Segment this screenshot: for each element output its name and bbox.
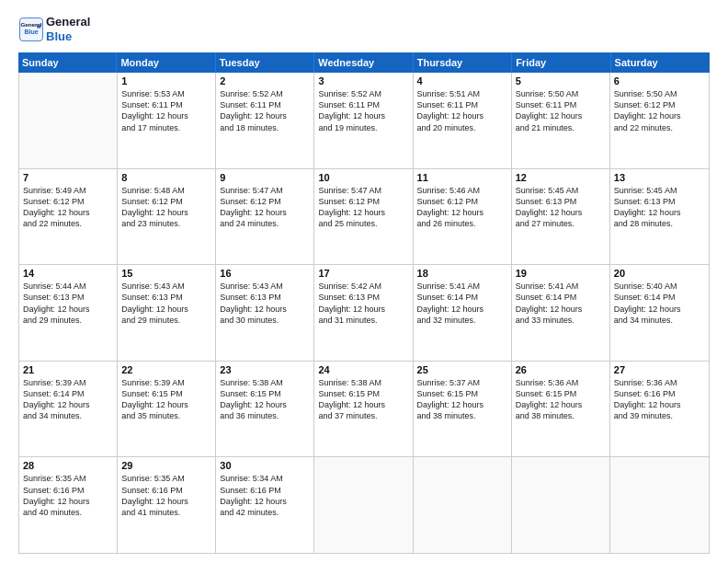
logo: General Blue General Blue bbox=[18, 15, 90, 43]
header: General Blue General Blue bbox=[18, 15, 710, 43]
cell-line: and 36 minutes. bbox=[220, 410, 310, 421]
cell-line: Sunrise: 5:38 AM bbox=[318, 377, 408, 388]
day-number: 16 bbox=[220, 268, 310, 279]
cell-line: Daylight: 12 hours bbox=[516, 399, 606, 410]
cell-line: and 21 minutes. bbox=[516, 122, 606, 133]
cell-line: Daylight: 12 hours bbox=[23, 207, 113, 218]
cell-line: Sunrise: 5:50 AM bbox=[614, 88, 705, 99]
calendar-cell: 26Sunrise: 5:36 AMSunset: 6:15 PMDayligh… bbox=[512, 362, 610, 457]
cell-line: and 40 minutes. bbox=[23, 507, 113, 518]
day-number: 14 bbox=[23, 268, 113, 279]
cell-line: and 26 minutes. bbox=[417, 218, 507, 229]
cell-line: Sunrise: 5:50 AM bbox=[516, 88, 606, 99]
cell-line: Sunset: 6:14 PM bbox=[417, 292, 507, 303]
cell-line: and 23 minutes. bbox=[121, 218, 211, 229]
cell-line: and 19 minutes. bbox=[318, 122, 408, 133]
calendar-cell: 29Sunrise: 5:35 AMSunset: 6:16 PMDayligh… bbox=[118, 457, 216, 553]
calendar-cell: 17Sunrise: 5:42 AMSunset: 6:13 PMDayligh… bbox=[314, 265, 413, 361]
cell-line: Sunrise: 5:37 AM bbox=[417, 377, 507, 388]
cell-line: Sunset: 6:13 PM bbox=[23, 292, 113, 303]
calendar-cell: 13Sunrise: 5:45 AMSunset: 6:13 PMDayligh… bbox=[610, 169, 709, 265]
calendar-cell: 7Sunrise: 5:49 AMSunset: 6:12 PMDaylight… bbox=[19, 169, 118, 265]
day-number: 27 bbox=[614, 364, 705, 375]
day-number: 8 bbox=[121, 172, 211, 183]
weekday-header: Saturday bbox=[611, 52, 710, 73]
cell-line: Sunrise: 5:38 AM bbox=[220, 377, 310, 388]
day-number: 9 bbox=[220, 172, 310, 183]
cell-line: Daylight: 12 hours bbox=[121, 207, 211, 218]
day-number: 3 bbox=[318, 75, 408, 86]
logo-icon: General Blue bbox=[18, 17, 44, 42]
cell-line: Daylight: 12 hours bbox=[318, 110, 408, 121]
day-number: 25 bbox=[417, 364, 507, 375]
cell-line: and 20 minutes. bbox=[417, 122, 507, 133]
cell-line: Sunset: 6:15 PM bbox=[516, 388, 606, 399]
weekday-header: Tuesday bbox=[216, 52, 314, 73]
cell-line: Daylight: 12 hours bbox=[121, 496, 211, 507]
cell-line: Sunrise: 5:40 AM bbox=[614, 281, 705, 292]
cell-line: Sunset: 6:15 PM bbox=[318, 388, 408, 399]
cell-line: Daylight: 12 hours bbox=[417, 207, 507, 218]
cell-line: Sunrise: 5:53 AM bbox=[121, 88, 211, 99]
calendar-row: 28Sunrise: 5:35 AMSunset: 6:16 PMDayligh… bbox=[19, 457, 709, 553]
cell-line: Sunset: 6:11 PM bbox=[121, 99, 211, 110]
cell-line: Daylight: 12 hours bbox=[220, 207, 310, 218]
calendar-cell: 3Sunrise: 5:52 AMSunset: 6:11 PMDaylight… bbox=[314, 73, 413, 168]
cell-line: and 24 minutes. bbox=[220, 218, 310, 229]
day-number: 4 bbox=[417, 75, 507, 86]
weekday-header: Sunday bbox=[18, 52, 117, 73]
day-number: 23 bbox=[220, 364, 310, 375]
calendar-cell: 8Sunrise: 5:48 AMSunset: 6:12 PMDaylight… bbox=[118, 169, 216, 265]
day-number: 6 bbox=[614, 75, 705, 86]
calendar-cell: 28Sunrise: 5:35 AMSunset: 6:16 PMDayligh… bbox=[19, 457, 118, 553]
logo-text-line2: Blue bbox=[46, 29, 90, 44]
cell-line: Sunset: 6:12 PM bbox=[614, 99, 705, 110]
cell-line: Sunset: 6:13 PM bbox=[121, 292, 211, 303]
cell-line: and 38 minutes. bbox=[516, 410, 606, 421]
cell-line: and 18 minutes. bbox=[220, 122, 310, 133]
day-number: 11 bbox=[417, 172, 507, 183]
cell-line: Sunset: 6:12 PM bbox=[417, 196, 507, 207]
day-number: 28 bbox=[23, 460, 113, 471]
cell-line: Sunrise: 5:35 AM bbox=[23, 473, 113, 484]
cell-line: Sunset: 6:15 PM bbox=[121, 388, 211, 399]
cell-line: Sunset: 6:12 PM bbox=[23, 196, 113, 207]
cell-line: Sunset: 6:15 PM bbox=[220, 388, 310, 399]
cell-line: Sunrise: 5:52 AM bbox=[220, 88, 310, 99]
cell-line: Sunset: 6:12 PM bbox=[220, 196, 310, 207]
cell-line: Sunrise: 5:41 AM bbox=[417, 281, 507, 292]
cell-line: Sunrise: 5:39 AM bbox=[121, 377, 211, 388]
cell-line: Sunset: 6:11 PM bbox=[417, 99, 507, 110]
cell-line: Sunset: 6:11 PM bbox=[516, 99, 606, 110]
day-number: 20 bbox=[614, 268, 705, 279]
day-number: 21 bbox=[23, 364, 113, 375]
day-number: 15 bbox=[121, 268, 211, 279]
day-number: 24 bbox=[318, 364, 408, 375]
cell-line: and 28 minutes. bbox=[614, 218, 705, 229]
day-number: 18 bbox=[417, 268, 507, 279]
day-number: 2 bbox=[220, 75, 310, 86]
cell-line: Daylight: 12 hours bbox=[516, 304, 606, 315]
calendar-cell: 10Sunrise: 5:47 AMSunset: 6:12 PMDayligh… bbox=[314, 169, 413, 265]
cell-line: Sunrise: 5:48 AM bbox=[121, 185, 211, 196]
calendar-row: 7Sunrise: 5:49 AMSunset: 6:12 PMDaylight… bbox=[19, 169, 709, 266]
cell-line: Sunrise: 5:39 AM bbox=[23, 377, 113, 388]
cell-line: Sunset: 6:14 PM bbox=[23, 388, 113, 399]
calendar: SundayMondayTuesdayWednesdayThursdayFrid… bbox=[18, 52, 710, 554]
logo-text-line1: General bbox=[46, 15, 90, 29]
cell-line: Sunrise: 5:51 AM bbox=[417, 88, 507, 99]
day-number: 1 bbox=[121, 75, 211, 86]
cell-line: Sunrise: 5:36 AM bbox=[614, 377, 705, 388]
cell-line: and 34 minutes. bbox=[614, 315, 705, 326]
day-number: 17 bbox=[318, 268, 408, 279]
cell-line: Daylight: 12 hours bbox=[23, 496, 113, 507]
cell-line: and 25 minutes. bbox=[318, 218, 408, 229]
calendar-cell: 30Sunrise: 5:34 AMSunset: 6:16 PMDayligh… bbox=[216, 457, 314, 553]
calendar-cell: 25Sunrise: 5:37 AMSunset: 6:15 PMDayligh… bbox=[414, 362, 512, 457]
cell-line: Sunset: 6:13 PM bbox=[318, 292, 408, 303]
day-number: 29 bbox=[121, 460, 211, 471]
weekday-header: Thursday bbox=[414, 52, 512, 73]
cell-line: Sunrise: 5:36 AM bbox=[516, 377, 606, 388]
calendar-row: 14Sunrise: 5:44 AMSunset: 6:13 PMDayligh… bbox=[19, 265, 709, 362]
cell-line: Sunset: 6:13 PM bbox=[614, 196, 705, 207]
